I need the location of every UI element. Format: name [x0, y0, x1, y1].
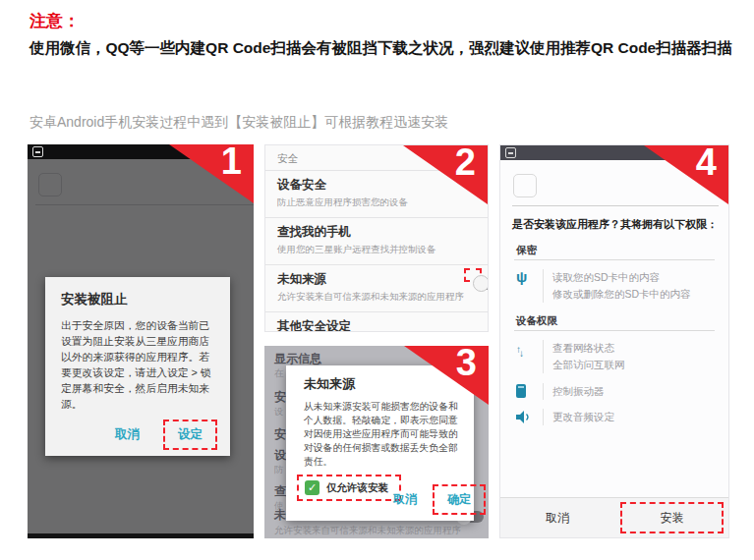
unknown-sources-dialog: 未知来源 从未知来源安装可能损害您的设备和个人数据。轻敲确定，即表示您同意对因使… [286, 365, 474, 521]
allow-once-checkbox[interactable]: ✓ [305, 480, 319, 495]
screenshot-step3: 显示信息 在 安 设 安 设 防 查 使 未 允许安装来自可信来源和未知来源的应… [264, 346, 489, 538]
dialog-title: 未知来源 [304, 375, 462, 393]
dialog-body: 出于安全原因，您的设备当前已设置为阻止安装从三星应用商店以外的来源获得的应用程序… [61, 317, 217, 412]
step-badge-4: 4 [644, 145, 728, 204]
notice-title: 注意： [29, 10, 80, 32]
cancel-button[interactable]: 取消 [111, 420, 144, 449]
app-icon-placeholder [513, 174, 537, 197]
checkbox-label: 仅允许该安装 [326, 481, 388, 495]
permission-audio: 更改音频设定 [516, 409, 614, 427]
section-title-device-permissions: 设备权限 [516, 314, 557, 328]
usb-icon: ψ [516, 269, 543, 284]
cancel-button[interactable]: 取消 [500, 498, 614, 537]
audio-icon [516, 409, 543, 427]
confirm-button[interactable]: 确定 [433, 484, 486, 515]
dialog-button-bar: 取消 安装 [500, 497, 728, 537]
dimmed-list-item: 设 [274, 447, 286, 464]
minimized-app-icon [505, 147, 516, 158]
screenshot-step2: 安全 设备安全 防止恶意应用程序损害您的设备 查找我的手机 使用您的三星账户远程… [264, 144, 489, 332]
section-title-privacy: 保密 [516, 244, 537, 257]
cancel-button[interactable]: 取消 [389, 485, 421, 514]
install-button[interactable]: 安装 [620, 502, 724, 533]
tutorial-page: 注意： 使用微信，QQ等一些内建QR Code扫描会有被阻挡下载之状况，强烈建议… [0, 0, 754, 560]
install-question: 是否安装该应用程序？其将拥有以下权限： [512, 217, 718, 232]
app-icon-placeholder [38, 173, 62, 196]
bottom-bar [28, 533, 254, 538]
permission-vibration: 控制振动器 [516, 383, 605, 402]
dimmed-list-item: 安 [274, 389, 286, 406]
dialog-body: 从未知来源安装可能损害您的设备和个人数据。轻敲确定，即表示您同意对因使用这些应用… [304, 400, 462, 469]
dimmed-list-item: 未 [274, 507, 286, 524]
checkbox-highlight: ✓ 仅允许该安装 [297, 475, 401, 501]
tutorial-subtitle: 安卓Android手机安装过程中遇到【安装被阻止】可根据教程迅速安装 [29, 114, 448, 132]
permission-network: ↑↓ 查看网络状态 全部访问互联网 [516, 340, 625, 373]
dimmed-list-item: 安 [274, 426, 286, 443]
notice-body: 使用微信，QQ等一些内建QR Code扫描会有被阻挡下载之状况，强烈建议使用推荐… [29, 35, 733, 61]
settings-button[interactable]: 设定 [163, 420, 217, 450]
vibration-icon [516, 384, 526, 398]
minimized-app-icon [32, 146, 43, 157]
unknown-sources-toggle-highlight [464, 268, 482, 282]
dimmed-list-item: 查 [274, 483, 286, 500]
network-state-icon: ↑↓ [516, 347, 524, 357]
divider [514, 330, 715, 331]
divider [514, 259, 715, 260]
divider [512, 205, 719, 206]
permission-sd-card: ψ 读取您的SD卡中的内容 修改或删除您的SD卡中的内容 [516, 269, 691, 303]
dialog-title: 安装被阻止 [61, 291, 217, 308]
install-blocked-dialog: 安装被阻止 出于安全原因，您的设备当前已设置为阻止安装从三星应用商店以外的来源获… [45, 277, 230, 456]
divider [35, 204, 254, 205]
settings-item-find-my-phone[interactable]: 查找我的手机 使用您的三星账户远程查找并控制设备 [265, 217, 488, 264]
settings-item-unknown-sources[interactable]: 未知来源 允许安装来自可信来源和未知来源的应用程序 [265, 264, 488, 311]
screenshot-step4: 1 4G 7 是否安装该应用程序？其将拥有以下权限： 保密 ψ 读取您的SD卡中… [499, 144, 729, 538]
screenshot-step1: 1 4G 7 安装被阻止 出于安全原因，您的设备当前已设置为阻止安装从三星应用商… [28, 144, 254, 538]
settings-item-other-security[interactable]: 其他安全设定 更改安全更新和证书存储等其他安全设定 [265, 311, 488, 332]
check-icon: ✓ [308, 481, 317, 494]
